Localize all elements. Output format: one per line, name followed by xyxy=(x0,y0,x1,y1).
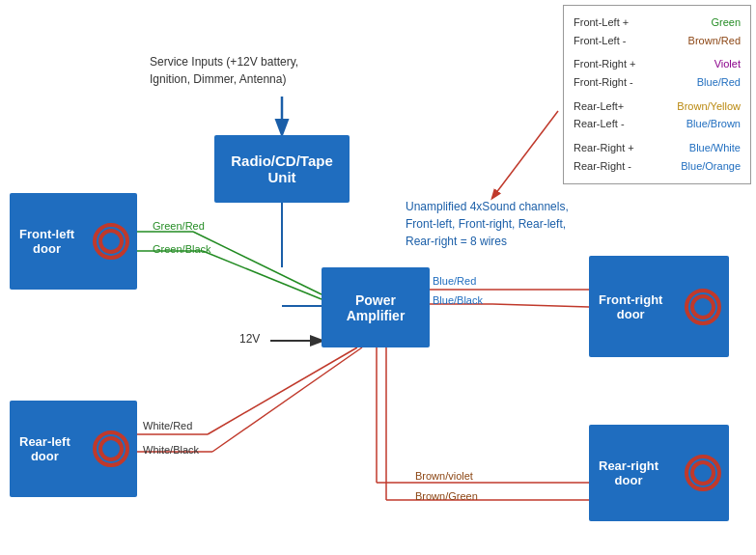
front-left-door-box: Front-leftdoor xyxy=(10,193,137,290)
legend-row-rr-plus: Rear-Right + Blue/White xyxy=(574,139,741,157)
rl-plus-val: Brown/Yellow xyxy=(677,97,741,116)
legend-row-rr-minus: Rear-Right - Blue/Orange xyxy=(574,157,741,176)
svg-line-20 xyxy=(492,111,558,198)
svg-line-13 xyxy=(208,347,357,434)
legend-row-rl-plus: Rear-Left+ Brown/Yellow xyxy=(574,97,741,116)
rl-plus-key: Rear-Left+ xyxy=(574,97,624,116)
service-inputs-label: Service Inputs (+12V battery,Ignition, D… xyxy=(150,53,314,88)
power-amplifier-box: PowerAmplifier xyxy=(322,267,430,347)
svg-line-10 xyxy=(492,304,589,307)
rr-plus-key: Rear-Right + xyxy=(574,139,634,157)
legend-row-fl-plus: Front-Left + Green xyxy=(574,14,741,32)
legend-row-rl-minus: Rear-Left - Blue/Brown xyxy=(574,115,741,133)
fl-plus-key: Front-Left + xyxy=(574,14,629,32)
white-black-wire-label: White/Black xyxy=(143,444,199,456)
rear-left-speaker-icon xyxy=(93,430,129,467)
rr-plus-val: Blue/White xyxy=(689,139,741,157)
front-left-speaker-icon xyxy=(93,223,129,260)
front-left-label: Front-leftdoor xyxy=(19,227,74,256)
12v-label: 12V xyxy=(239,330,260,347)
brown-green-wire-label: Brown/Green xyxy=(415,490,478,502)
rear-right-door-box: Rear-rightdoor xyxy=(589,425,729,521)
fl-plus-val: Green xyxy=(711,14,741,32)
fr-minus-key: Front-Right - xyxy=(574,73,633,92)
legend-row-fl-minus: Front-Left - Brown/Red xyxy=(574,32,741,50)
svg-line-4 xyxy=(193,232,322,294)
front-right-door-box: Front-rightdoor xyxy=(589,256,729,357)
rear-left-door-box: Rear-leftdoor xyxy=(10,401,137,497)
white-red-wire-label: White/Red xyxy=(143,420,192,431)
rear-left-label: Rear-leftdoor xyxy=(19,434,70,463)
radio-cd-tape-box: Radio/CD/TapeUnit xyxy=(214,135,350,203)
brown-violet-wire-label: Brown/violet xyxy=(415,470,473,482)
fr-plus-key: Front-Right + xyxy=(574,55,636,73)
blue-black-wire-label: Blue/Black xyxy=(433,294,483,306)
wiring-legend: Front-Left + Green Front-Left - Brown/Re… xyxy=(563,5,751,184)
fr-plus-val: Violet xyxy=(714,55,741,73)
front-right-label: Front-rightdoor xyxy=(599,292,662,321)
rr-minus-key: Rear-Right - xyxy=(574,157,631,176)
rear-right-label: Rear-rightdoor xyxy=(599,458,658,487)
front-right-speaker-icon xyxy=(685,289,721,325)
green-black-wire-label: Green/Black xyxy=(153,243,211,255)
rr-minus-val: Blue/Orange xyxy=(681,157,741,176)
unamplified-channels-label: Unamplified 4xSound channels,Front-left,… xyxy=(406,198,589,250)
svg-line-6 xyxy=(203,251,322,299)
rl-minus-val: Blue/Brown xyxy=(686,115,741,133)
legend-row-fr-minus: Front-Right - Blue/Red xyxy=(574,73,741,92)
diagram-container: Service Inputs (+12V battery,Ignition, D… xyxy=(0,0,756,555)
amplifier-label: PowerAmplifier xyxy=(347,292,406,323)
fr-minus-val: Blue/Red xyxy=(697,73,741,92)
blue-red-wire-label: Blue/Red xyxy=(433,275,476,287)
rl-minus-key: Rear-Left - xyxy=(574,115,625,133)
svg-line-15 xyxy=(212,347,362,452)
legend-row-fr-plus: Front-Right + Violet xyxy=(574,55,741,73)
fl-minus-val: Brown/Red xyxy=(688,32,741,50)
fl-minus-key: Front-Left - xyxy=(574,32,626,50)
green-red-wire-label: Green/Red xyxy=(153,220,205,232)
rear-right-speaker-icon xyxy=(685,455,721,491)
